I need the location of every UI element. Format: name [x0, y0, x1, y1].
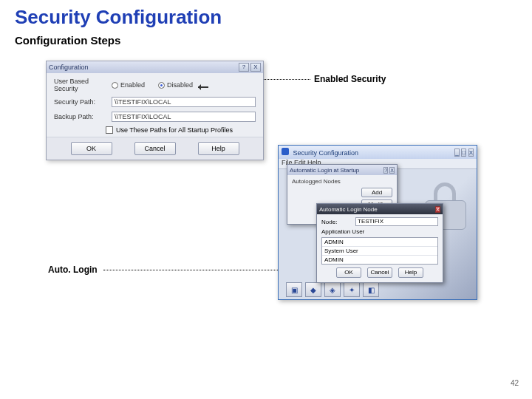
- node-help-button[interactable]: Help: [398, 267, 423, 278]
- key-icon[interactable]: ✦: [344, 282, 360, 297]
- group-icon[interactable]: ◈: [324, 282, 341, 297]
- minimize-button[interactable]: _: [454, 149, 459, 157]
- radio-disabled-label: Disabled: [167, 81, 193, 89]
- list-item[interactable]: System User: [322, 247, 437, 256]
- node-ok-button[interactable]: OK: [336, 267, 361, 278]
- backup-path-input[interactable]: \\TESTIFIX\LOCAL: [112, 112, 256, 122]
- shield-icon: [282, 148, 289, 155]
- lock-icon[interactable]: ◧: [363, 282, 379, 297]
- slide-title: Security Configuration: [15, 6, 222, 29]
- security-configuration-titlebar[interactable]: Security Configuration _ □ X: [279, 146, 477, 159]
- autologged-nodes-label: Autologged Nodes: [292, 178, 392, 185]
- close-button[interactable]: X: [468, 149, 474, 157]
- toolbar: ▣ ◆ ◈ ✦ ◧: [286, 282, 469, 298]
- label-auto-login: Auto. Login: [48, 265, 98, 275]
- page-number: 42: [511, 379, 519, 387]
- login-node-dialog: Automatic Login Node X Node: TESTIFIX Ap…: [316, 203, 443, 283]
- radio-disabled[interactable]: [158, 82, 165, 89]
- login-node-close-button[interactable]: X: [435, 206, 440, 213]
- autologin-close-button[interactable]: X: [389, 167, 395, 174]
- list-item[interactable]: ADMIN: [322, 238, 437, 247]
- autologin-title-text: Automatic Login at Startup: [290, 167, 359, 174]
- use-paths-checkbox[interactable]: [106, 126, 113, 134]
- ok-button[interactable]: OK: [71, 142, 112, 155]
- close-titlebar-button[interactable]: X: [250, 63, 261, 72]
- list-item[interactable]: ADMIN: [322, 256, 437, 264]
- cancel-button[interactable]: Cancel: [134, 142, 176, 155]
- configuration-title-text: Configuration: [49, 64, 89, 71]
- user-based-security-label: User Based Security: [54, 78, 112, 92]
- security-path-label: Security Path:: [54, 98, 112, 106]
- dotted-line-autologin: [103, 270, 296, 270]
- maximize-button[interactable]: □: [461, 149, 466, 157]
- configuration-titlebar[interactable]: Configuration ? X: [47, 61, 263, 73]
- arrow-icon: [195, 85, 208, 89]
- login-node-title-text: Automatic Login Node: [319, 206, 378, 213]
- folder-icon[interactable]: ▣: [286, 282, 302, 297]
- autologin-help-button[interactable]: ?: [383, 167, 388, 174]
- security-path-input[interactable]: \\TESTIFIX\LOCAL: [112, 97, 256, 107]
- user-list[interactable]: ADMIN System User ADMIN: [321, 237, 438, 265]
- help-button[interactable]: Help: [198, 142, 239, 155]
- user-icon[interactable]: ◆: [305, 282, 321, 297]
- node-cancel-button[interactable]: Cancel: [367, 267, 392, 278]
- radio-enabled[interactable]: [112, 82, 118, 89]
- backup-path-label: Backup Path:: [54, 113, 112, 120]
- autologin-titlebar[interactable]: Automatic Login at Startup ? X: [287, 165, 397, 175]
- add-button[interactable]: Add: [361, 188, 392, 197]
- configuration-dialog: Configuration ? X User Based Security En…: [46, 61, 264, 160]
- help-titlebar-button[interactable]: ?: [239, 63, 249, 72]
- label-enabled-security: Enabled Security: [314, 74, 386, 84]
- node-label: Node:: [321, 219, 355, 225]
- application-user-label: Application User: [321, 228, 364, 235]
- use-paths-checkbox-label: Use These Paths for All Startup Profiles: [116, 126, 233, 134]
- slide-subtitle: Configuration Steps: [15, 34, 120, 47]
- node-input[interactable]: TESTIFIX: [355, 217, 438, 226]
- security-configuration-title-text: Security Configuration: [293, 149, 359, 157]
- login-node-titlebar[interactable]: Automatic Login Node X: [317, 204, 443, 214]
- radio-enabled-label: Enabled: [120, 81, 145, 89]
